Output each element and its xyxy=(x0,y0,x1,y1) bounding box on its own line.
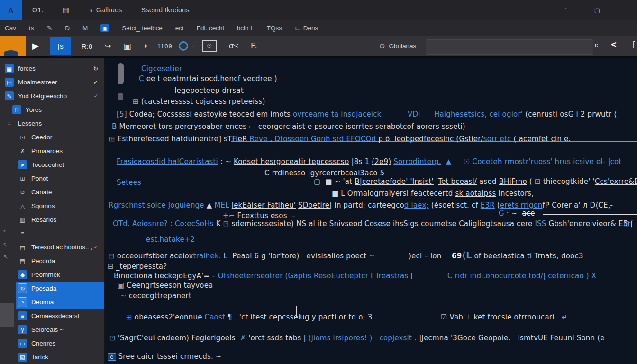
editor-line: ⊞ xyxy=(624,219,630,228)
replace-button[interactable]: R:8 xyxy=(82,42,92,50)
editor-link[interactable]: Sorrodinterg. xyxy=(393,157,441,166)
editor-line: Halghesetsics, cei ogior' (cenrusti osG … xyxy=(434,110,617,118)
sidebar-item-icon: ⚐ xyxy=(12,105,21,114)
text-segment: BHiFrno xyxy=(499,177,527,186)
sidebar-item[interactable]: ⚐Yores xyxy=(0,103,104,117)
editor-link[interactable]: d laex; xyxy=(404,201,429,209)
menubar-item[interactable]: ✎ xyxy=(47,24,53,32)
sidebar-item[interactable]: ▦forces↻ xyxy=(0,62,104,75)
menubar-item[interactable]: TQss xyxy=(267,25,282,32)
text-segment: )ecl – lon xyxy=(409,252,441,260)
sidebar-item[interactable]: ▤Pecdrda xyxy=(0,254,104,268)
chevron-left-icon[interactable]: < xyxy=(611,39,617,50)
sidebar-item[interactable]: ◔Deonria xyxy=(0,295,104,309)
editor-line: ■ L Ormalogrralyersi feactecertd sk aota… xyxy=(332,189,534,198)
brush-block-icon[interactable] xyxy=(0,36,26,56)
layers-icon[interactable]: ▣ xyxy=(123,41,131,51)
editor-line: Iegepocteep drrsat xyxy=(174,86,244,95)
counter-badge[interactable]: 1109 xyxy=(157,43,173,50)
editor-link[interactable]: Reve xyxy=(250,135,268,143)
sidebar-item[interactable]: ↺Canate xyxy=(0,185,104,199)
text-segment: · ~ xyxy=(504,209,522,218)
sidebar-item[interactable]: ◆Peommek xyxy=(0,268,104,282)
editor-link[interactable]: traihek. xyxy=(193,252,221,260)
menubar-item[interactable]: bclh L xyxy=(237,25,254,32)
scroll-thumb[interactable] xyxy=(118,63,124,84)
inline-icon: ⊞ xyxy=(624,219,630,228)
titlebar-menu-item[interactable]: O1. xyxy=(32,6,44,14)
menubar-item[interactable]: Setct_ teelbce xyxy=(122,25,163,32)
menubar-item[interactable]: ⊏Dens xyxy=(295,24,318,32)
sidebar-item[interactable]: ∴Lessens xyxy=(0,117,104,130)
sidebar-item[interactable]: ▭Cnenres xyxy=(0,337,104,350)
insert-snippet-button[interactable]: [s xyxy=(50,37,71,55)
sidebar-item[interactable]: ✎Yod Retgreescho✓ xyxy=(0,89,104,103)
sidebar-item[interactable]: ➤Tococeohet xyxy=(0,158,104,172)
toolbar-search-input[interactable] xyxy=(426,39,593,55)
text-segment: Ccs'exrre&B'. xyxy=(595,177,637,186)
function-icon[interactable]: F. xyxy=(251,41,257,51)
bracket-icon[interactable]: [ xyxy=(633,40,635,49)
text-segment: Halghesetsics, cei ogior' xyxy=(434,110,525,118)
sidebar-item[interactable]: ▧Tartck xyxy=(0,350,104,364)
editor-link[interactable]: Dtossoen Gonh srd EFOCOd xyxy=(274,135,376,143)
editor-link[interactable]: sorr etc xyxy=(483,135,511,143)
restore-window-icon[interactable]: ▢ xyxy=(594,7,600,14)
sidebar-item[interactable]: ⊡Ceedor xyxy=(0,130,104,144)
menubar-item-icon: ▣ xyxy=(100,24,109,32)
sidebar-item[interactable]: ▥Resarios xyxy=(0,213,104,227)
menubar-item[interactable]: ▣ xyxy=(100,24,109,32)
keyboard-icon[interactable]: σ< xyxy=(229,41,238,51)
editor-line: Binoctiona tieckejoEgyA'= – Ofsheeterrse… xyxy=(114,272,414,280)
titlebar-menu-item[interactable]: ▦ xyxy=(63,6,70,14)
sidebar-item[interactable]: ▤Moalmestreer✓ xyxy=(0,75,104,89)
scroll-thumb-small[interactable] xyxy=(118,93,123,100)
editor-pane[interactable]: CigcesetierC ee t eeatmrtai socd.hencf v… xyxy=(105,58,637,364)
titlebar-menus: O1.▦◑GalhuesSsemd Ikreions xyxy=(32,6,209,14)
sidebar-item[interactable]: ↻Ppesada xyxy=(0,282,104,295)
epsilon-icon[interactable]: ɛ xyxy=(595,41,598,49)
menubar-item[interactable]: Cav xyxy=(5,25,16,32)
contrast-icon[interactable]: ◗ xyxy=(144,41,148,51)
menubar-item[interactable]: Fdi. cechi xyxy=(197,25,224,32)
text-segment: C xyxy=(139,74,144,83)
target-icon[interactable]: ☉ xyxy=(202,40,217,52)
run-button[interactable]: ▶ xyxy=(32,41,39,51)
editor-link[interactable]: Frasicacosdid halCearistasti xyxy=(117,157,218,166)
text-segment: ■ L Ormalogrralyersi feactecertd xyxy=(332,189,455,198)
editor-link[interactable]: Caost xyxy=(205,313,226,321)
editor-link[interactable]: ISS xyxy=(535,219,546,228)
sidebar-item-icon: ↻ xyxy=(18,284,27,293)
sidebar-item-icon: ✗ xyxy=(18,146,27,155)
sidebar-item-icon: ◆ xyxy=(18,270,27,279)
sidebar-item[interactable]: ▤Teresod ac hoottos.. ,✓ xyxy=(0,240,104,254)
menubar-item[interactable]: ect xyxy=(175,25,184,32)
titlebar-menu-item[interactable]: ◑Galhues xyxy=(88,6,122,14)
menubar-item[interactable]: M xyxy=(82,25,88,32)
text-segment: Co:ecSoHs xyxy=(175,219,214,228)
sidebar-item[interactable]: ✗Prmaaroes xyxy=(0,144,104,158)
redo-icon[interactable]: ↪ xyxy=(104,41,111,51)
menubar-item[interactable]: D xyxy=(65,25,70,32)
titlebar-mini-icon[interactable]: ʼ xyxy=(565,7,567,14)
record-icon[interactable] xyxy=(179,41,188,51)
text-segment: (cacsteresssst cojacess rpeteeiss) xyxy=(139,97,265,106)
text-segment: 'orct ssds tabs | xyxy=(246,334,308,342)
goto-control[interactable]: ⊙ Gbuianas xyxy=(379,36,416,56)
more-dot-icon[interactable]: · xyxy=(193,43,195,49)
text-segment: L Peaol 6 g 'lor'tore) evisisalios poect xyxy=(221,252,369,260)
editor-link[interactable]: E3R xyxy=(481,201,495,209)
text-segment: ee t eeatmrtai socd.hencf vecdree ) xyxy=(144,74,277,83)
titlebar-menu-item[interactable]: Ssemd Ikreions xyxy=(141,6,190,14)
sidebar-item[interactable]: △Sgomns xyxy=(0,199,104,213)
editor-link[interactable]: erets rrigon xyxy=(500,201,543,209)
sidebar-item[interactable]: ≡Cemaesxdecarst xyxy=(0,309,104,323)
app-logo[interactable]: A xyxy=(0,0,22,20)
sidebar-item[interactable]: ≡ xyxy=(0,227,104,240)
sidebar-item[interactable]: ⊞Ponot xyxy=(0,172,104,185)
sidebar-item[interactable]: ySeloreals ~ xyxy=(0,323,104,337)
text-segment: ⊥ xyxy=(465,313,471,321)
text-segment: Tet bceasl/ xyxy=(438,177,477,186)
menubar-item[interactable]: ts xyxy=(29,25,34,32)
editor-line: G · ~ ace xyxy=(499,209,535,218)
